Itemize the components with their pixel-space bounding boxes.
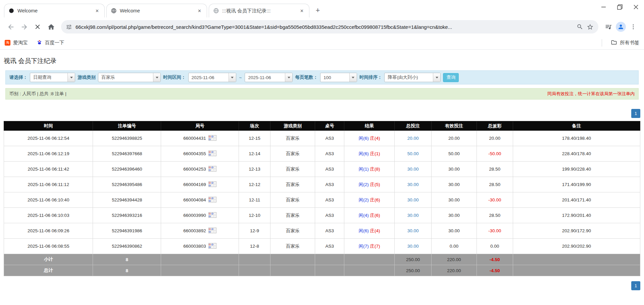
page-1-button[interactable]: 1 [631,109,640,118]
cell-note: 202.90/172.90 [513,223,640,239]
roadmap-result-icon[interactable] [208,166,216,173]
roadmap-result-icon[interactable] [208,181,216,188]
profile-avatar[interactable] [616,22,626,32]
table-row: 2025-11-06 06:08:55522946390862660003803… [4,239,640,254]
roadmap-result-icon[interactable] [208,243,216,250]
tab-2[interactable]: Welcome ✕ [106,4,207,17]
home-button[interactable] [45,21,57,33]
date-to-select[interactable]: 2025-11-06 [245,73,293,82]
column-header: 时间 [4,121,93,131]
total-row-empty [270,254,315,265]
cell-round-number: 660004253 [161,162,239,177]
cell-note: 199.90/228.40 [513,162,640,177]
forward-button[interactable] [18,21,30,33]
cell-payout: 28.50 [477,208,513,223]
total-bet-link[interactable]: 50.00 [407,151,419,156]
date-from-select[interactable]: 2025-11-06 [188,73,236,82]
page-1-button[interactable]: 1 [631,281,640,290]
tab-close-icon[interactable]: ✕ [299,8,305,14]
column-header: 结果 [344,121,395,131]
pagination-bottom: 1 [4,281,640,290]
bet-records-table: 时间注单编号局号场次游戏类别桌号结果总投注有效投注总派彩备注 2025-11-0… [4,121,640,276]
all-bookmarks-button[interactable]: 所有书签 [611,39,639,47]
cell-result: 闲(4) 庄(6) [344,208,395,223]
site-info-tune-icon[interactable] [66,24,72,30]
total-row-valid-bet: 220.00 [432,254,477,265]
new-tab-button[interactable]: + [312,5,324,16]
zoom-icon[interactable] [577,23,583,30]
query-type-select[interactable]: 日期查询 [30,73,75,82]
cell-total-bet: 50.00 [395,146,432,162]
cell-round-number: 660004355 [161,146,239,162]
tab-3-active[interactable]: :::视讯 会员下注纪录::: ✕ [209,4,309,17]
roadmap-result-icon[interactable] [208,212,216,219]
roadmap-result-icon[interactable] [208,150,216,157]
player-result: 闲(6) [359,151,369,156]
total-row-empty [161,265,239,276]
url-bar[interactable]: 66cxkj98.com/ipl/portal.php/game/betreco… [61,20,598,34]
total-row-total-bet: 250.00 [395,265,432,276]
search-button[interactable]: 查询 [443,73,459,82]
bookmark-star-icon[interactable] [587,23,594,30]
total-bet-link[interactable]: 30.00 [407,228,419,233]
cell-valid-bet: 50.00 [432,146,477,162]
roadmap-result-icon[interactable] [208,135,216,142]
cell-result: 闲(6) 庄(4) [344,131,395,146]
media-controls-icon[interactable] [602,21,614,33]
total-row-label: 总计 [4,265,93,276]
cell-bet-id: 522946395486 [93,177,161,192]
taobao-icon: 淘 [5,40,10,46]
cell-result: 闲(2) 庄(5) [344,177,395,192]
menu-dots-icon[interactable] [627,21,639,33]
page-content: 视讯 会员下注纪录 请选择： 日期查询 游戏类别 百家乐 时间区间： 2025-… [0,57,644,290]
tab-close-icon[interactable]: ✕ [196,8,203,14]
per-page-label: 每页笔数： [295,74,318,80]
total-bet-link[interactable]: 30.00 [407,213,419,218]
round-number: 660003892 [183,228,206,233]
column-header: 游戏类别 [270,121,315,131]
table-total-row: 总计8250.00220.00-4.50 [4,265,640,276]
roadmap-result-icon[interactable] [208,228,216,234]
payout-value: -30.00 [488,197,501,202]
tab-close-icon[interactable]: ✕ [94,8,100,14]
sort-select[interactable]: 降幂(由大到小) [384,73,441,82]
minimize-button[interactable] [596,0,612,14]
cell-game-type: 百家乐 [270,162,315,177]
tab-1[interactable]: Welcome ✕ [4,4,105,17]
total-bet-link[interactable]: 30.00 [407,197,419,202]
bookmark-taobao[interactable]: 淘 爱淘宝 [5,40,28,46]
total-row-empty [344,265,395,276]
cell-game-type: 百家乐 [270,146,315,162]
cell-table-number: AS3 [315,208,344,223]
total-bet-link[interactable]: 30.00 [407,244,419,249]
player-result: 闲(1) [359,167,369,172]
total-bet-link[interactable]: 30.00 [407,182,419,187]
restore-button[interactable] [612,0,628,14]
banker-result: 庄(8) [370,167,380,172]
bookmark-baidu[interactable]: 百度一下 [37,40,64,46]
cell-time: 2025-11-06 06:12:54 [4,131,93,146]
chevron-down-icon [433,73,440,82]
filter-bar: 请选择： 日期查询 游戏类别 百家乐 时间区间： 2025-11-06 ~ 20… [5,70,639,84]
total-bet-link[interactable]: 30.00 [407,167,419,172]
cell-total-bet: 30.00 [395,239,432,254]
cell-table-number: AS3 [315,223,344,239]
total-row-empty [513,265,640,276]
close-window-button[interactable] [628,0,644,14]
table-row: 2025-11-06 06:09:26522946391986660003892… [4,223,640,239]
cell-time: 2025-11-06 06:12:19 [4,146,93,162]
per-page-select[interactable]: 100 [320,73,357,82]
back-button[interactable] [5,21,17,33]
cell-session: 12-11 [239,192,270,208]
cell-total-bet: 30.00 [395,208,432,223]
cell-valid-bet: 20.00 [432,131,477,146]
cell-table-number: AS3 [315,131,344,146]
total-row-empty [513,254,640,265]
roadmap-result-icon[interactable] [208,197,216,203]
total-bet-link[interactable]: 20.00 [407,136,419,141]
bookmark-label: 爱淘宝 [13,40,28,46]
stop-loading-button[interactable] [32,21,44,33]
player-result: 闲(6) [359,228,369,233]
table-row: 2025-11-06 06:10:03522946393216660003990… [4,208,640,223]
game-type-select[interactable]: 百家乐 [98,73,161,82]
